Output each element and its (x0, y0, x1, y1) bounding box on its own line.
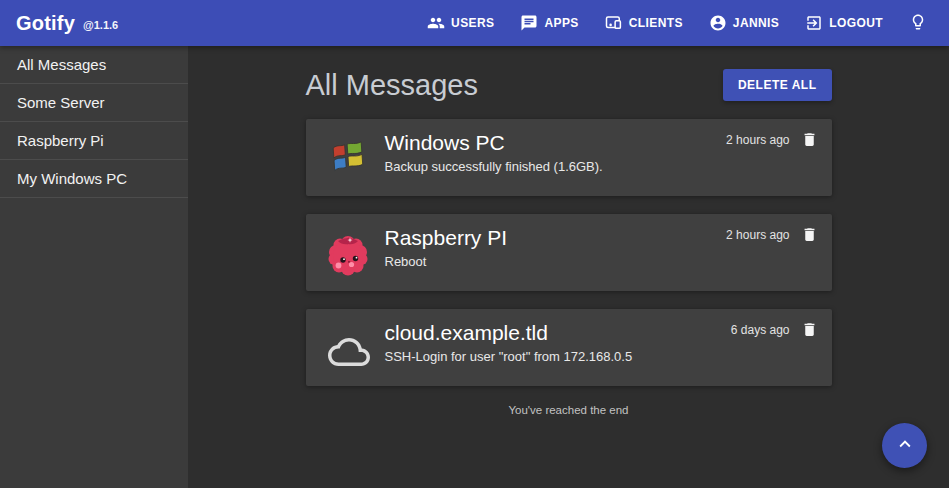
windows-logo-icon (328, 137, 368, 177)
cloud-icon (328, 327, 368, 367)
delete-all-button[interactable]: DELETE ALL (723, 69, 832, 101)
nav-logout[interactable]: LOGOUT (797, 8, 891, 38)
raspberry-logo-icon (324, 228, 372, 276)
delete-message-button[interactable] (801, 226, 818, 246)
trash-icon (801, 321, 818, 341)
main-area: All Messages DELETE ALL Windows PC Backu… (188, 46, 949, 488)
chevron-up-icon (894, 433, 916, 458)
message-card: cloud.example.tld SSH-Login for user "ro… (306, 309, 832, 386)
sidebar-item-my-windows-pc[interactable]: My Windows PC (0, 160, 188, 198)
users-icon (427, 14, 445, 32)
message-timestamp: 2 hours ago (726, 133, 789, 147)
clients-icon (605, 14, 623, 32)
lightbulb-icon (909, 13, 927, 34)
account-icon (709, 14, 727, 32)
nav-label: USERS (451, 16, 494, 30)
sidebar-item-raspberry-pi[interactable]: Raspberry Pi (0, 122, 188, 160)
trash-icon (801, 226, 818, 246)
app-title: Gotify (16, 12, 75, 35)
message-title: cloud.example.tld (385, 320, 682, 346)
app-header: Gotify @1.1.6 USERS APPS CLIENTS JANNIS … (0, 0, 949, 46)
message-title: Raspberry PI (385, 225, 682, 251)
sidebar: All Messages Some Server Raspberry Pi My… (0, 46, 188, 488)
app-version: @1.1.6 (83, 19, 118, 31)
trash-icon (801, 131, 818, 151)
sidebar-item-all-messages[interactable]: All Messages (0, 46, 188, 84)
apps-icon (520, 14, 538, 32)
theme-toggle-button[interactable] (903, 7, 933, 40)
message-body: Reboot (385, 254, 682, 269)
nav-clients[interactable]: CLIENTS (597, 8, 691, 38)
nav-label: CLIENTS (629, 16, 683, 30)
header-nav: USERS APPS CLIENTS JANNIS LOGOUT (419, 7, 933, 40)
delete-message-button[interactable] (801, 321, 818, 341)
logout-icon (805, 14, 823, 32)
delete-message-button[interactable] (801, 131, 818, 151)
sidebar-item-label: My Windows PC (17, 170, 127, 187)
nav-current-user[interactable]: JANNIS (701, 8, 787, 38)
sidebar-item-label: Some Server (17, 94, 105, 111)
nav-label: JANNIS (733, 16, 779, 30)
sidebar-item-label: Raspberry Pi (17, 132, 104, 149)
message-card: Raspberry PI Reboot 2 hours ago (306, 214, 832, 291)
sidebar-item-some-server[interactable]: Some Server (0, 84, 188, 122)
nav-users[interactable]: USERS (419, 8, 502, 38)
message-timestamp: 6 days ago (731, 323, 790, 337)
message-timestamp: 2 hours ago (726, 228, 789, 242)
message-body: Backup successfully finished (1.6GB). (385, 159, 682, 174)
scroll-to-top-button[interactable] (882, 423, 927, 468)
message-body: SSH-Login for user "root" from 172.168.0… (385, 349, 682, 364)
sidebar-item-label: All Messages (17, 56, 106, 73)
message-title: Windows PC (385, 130, 682, 156)
nav-label: APPS (544, 16, 578, 30)
nav-apps[interactable]: APPS (512, 8, 586, 38)
message-card: Windows PC Backup successfully finished … (306, 119, 832, 196)
end-of-list-text: You've reached the end (306, 404, 832, 416)
page-title: All Messages (306, 69, 478, 102)
nav-label: LOGOUT (829, 16, 883, 30)
